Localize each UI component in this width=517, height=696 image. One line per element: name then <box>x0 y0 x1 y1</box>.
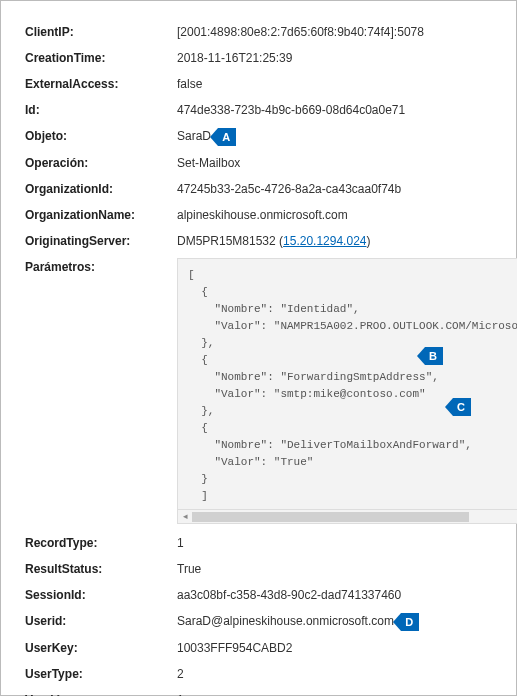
row-userkey: UserKey: 10033FFF954CABD2 <box>25 639 492 657</box>
callout-badge-c: C <box>453 398 471 416</box>
value-sessionid: aa3c08bf-c358-43d8-90c2-dad741337460 <box>177 586 492 604</box>
label-organizationid: OrganizationId: <box>25 180 177 198</box>
label-resultstatus: ResultStatus: <box>25 560 177 578</box>
originatingserver-link[interactable]: 15.20.1294.024 <box>283 234 366 248</box>
value-organizationid: 47245b33-2a5c-4726-8a2a-ca43caa0f74b <box>177 180 492 198</box>
value-originatingserver: DM5PR15M81532 (15.20.1294.024) <box>177 232 492 250</box>
value-version: 1 <box>177 691 492 696</box>
label-version: Versión: <box>25 691 177 696</box>
value-userid: SaraD@alpineskihouse.onmicrosoft.com D <box>177 612 492 631</box>
row-creationtime: CreationTime: 2018-11-16T21:25:39 <box>25 49 492 67</box>
label-userid: Userid: <box>25 612 177 630</box>
label-organizationname: OrganizationName: <box>25 206 177 224</box>
value-creationtime: 2018-11-16T21:25:39 <box>177 49 492 67</box>
label-operacion: Operación: <box>25 154 177 172</box>
callout-badge-b: B <box>425 347 443 365</box>
value-externalaccess: false <box>177 75 492 93</box>
label-usertype: UserType: <box>25 665 177 683</box>
callout-badge-d: D <box>401 613 419 631</box>
scroll-track[interactable] <box>192 510 517 523</box>
value-recordtype: 1 <box>177 534 492 552</box>
value-clientip: [2001:4898:80e8:2:7d65:60f8:9b40:74f4]:5… <box>177 23 492 41</box>
row-parametros: Parámetros: [ { "Nombre": "Identidad", "… <box>25 258 492 525</box>
label-userkey: UserKey: <box>25 639 177 657</box>
value-id: 474de338-723b-4b9c-b669-08d64c0a0e71 <box>177 101 492 119</box>
label-id: Id: <box>25 101 177 119</box>
details-panel: ClientIP: [2001:4898:80e8:2:7d65:60f8:9b… <box>0 0 517 696</box>
originatingserver-suffix: ) <box>366 234 370 248</box>
label-externalaccess: ExternalAccess: <box>25 75 177 93</box>
row-usertype: UserType: 2 <box>25 665 492 683</box>
row-sessionid: SessionId: aa3c08bf-c358-43d8-90c2-dad74… <box>25 586 492 604</box>
scroll-thumb[interactable] <box>192 512 469 522</box>
row-version: Versión: 1 <box>25 691 492 696</box>
row-organizationname: OrganizationName: alpineskihouse.onmicro… <box>25 206 492 224</box>
parameters-codebox-wrap: [ { "Nombre": "Identidad", "Valor": "NAM… <box>177 258 517 525</box>
label-clientip: ClientIP: <box>25 23 177 41</box>
row-organizationid: OrganizationId: 47245b33-2a5c-4726-8a2a-… <box>25 180 492 198</box>
callout-badge-a: A <box>218 128 236 146</box>
value-userkey: 10033FFF954CABD2 <box>177 639 492 657</box>
label-originatingserver: OriginatingServer: <box>25 232 177 250</box>
label-creationtime: CreationTime: <box>25 49 177 67</box>
value-resultstatus: True <box>177 560 492 578</box>
label-parametros: Parámetros: <box>25 258 177 276</box>
row-objeto: Objeto: SaraD A <box>25 127 492 146</box>
label-objeto: Objeto: <box>25 127 177 145</box>
originatingserver-prefix: DM5PR15M81532 ( <box>177 234 283 248</box>
value-objeto: SaraD A <box>177 127 492 146</box>
value-usertype: 2 <box>177 665 492 683</box>
scroll-left-arrow-icon[interactable]: ◂ <box>178 510 192 524</box>
value-organizationname: alpineskihouse.onmicrosoft.com <box>177 206 492 224</box>
label-recordtype: RecordType: <box>25 534 177 552</box>
row-operacion: Operación: Set-Mailbox <box>25 154 492 172</box>
row-clientip: ClientIP: [2001:4898:80e8:2:7d65:60f8:9b… <box>25 23 492 41</box>
row-userid: Userid: SaraD@alpineskihouse.onmicrosoft… <box>25 612 492 631</box>
label-sessionid: SessionId: <box>25 586 177 604</box>
codebox-scrollbar[interactable]: ◂ ▸ <box>177 510 517 524</box>
value-userid-text: SaraD@alpineskihouse.onmicrosoft.com <box>177 614 394 628</box>
row-recordtype: RecordType: 1 <box>25 534 492 552</box>
value-operacion: Set-Mailbox <box>177 154 492 172</box>
value-objeto-text: SaraD <box>177 129 211 143</box>
row-externalaccess: ExternalAccess: false <box>25 75 492 93</box>
row-id: Id: 474de338-723b-4b9c-b669-08d64c0a0e71 <box>25 101 492 119</box>
parameters-codebox: [ { "Nombre": "Identidad", "Valor": "NAM… <box>177 258 517 511</box>
row-originatingserver: OriginatingServer: DM5PR15M81532 (15.20.… <box>25 232 492 250</box>
row-resultstatus: ResultStatus: True <box>25 560 492 578</box>
